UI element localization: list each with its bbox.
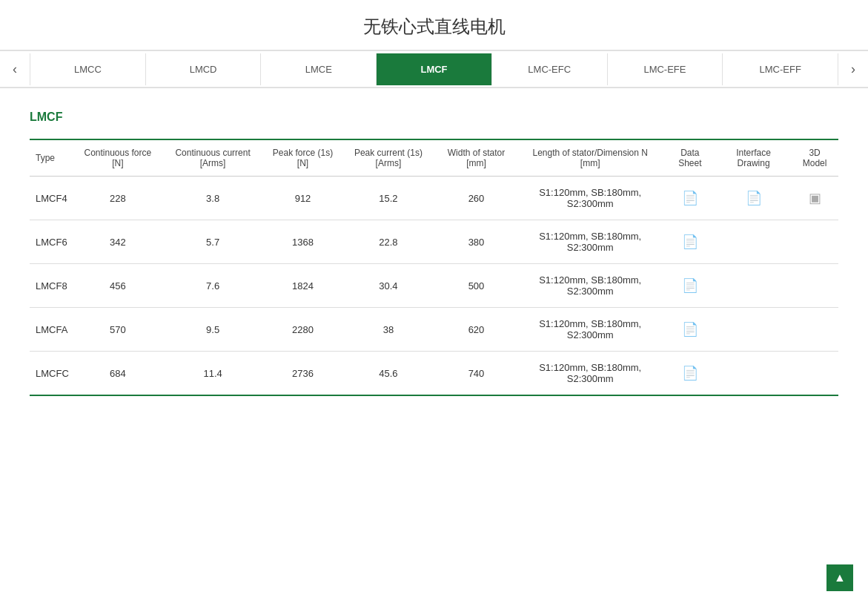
cell-interface-drawing — [716, 308, 791, 352]
next-tab-arrow[interactable]: › — [838, 51, 868, 87]
cell-data-sheet[interactable]: 📄 — [664, 352, 717, 396]
cell-peak-force: 912 — [265, 177, 340, 220]
cell-length-stator: S1:120mm, SB:180mm, S2:300mm — [517, 177, 664, 220]
cell-cont-current: 11.4 — [161, 352, 265, 396]
col-header-interface-drawing: Interface Drawing — [716, 139, 791, 177]
cell-width-stator: 260 — [436, 177, 517, 220]
pdf-icon[interactable]: 📄 — [682, 365, 698, 381]
cell-cont-current: 7.6 — [161, 264, 265, 308]
section-title: LMCF — [30, 111, 838, 124]
pdf-icon[interactable]: 📄 — [682, 190, 698, 206]
cell-length-stator: S1:120mm, SB:180mm, S2:300mm — [517, 220, 664, 264]
cell-width-stator: 740 — [436, 352, 517, 396]
content-area: LMCF Type Continuous force [N] Continuou… — [0, 88, 868, 426]
cell-type: LMCF8 — [30, 264, 75, 308]
cell-width-stator: 500 — [436, 264, 517, 308]
cell-type: LMCFA — [30, 308, 75, 352]
cell-interface-drawing — [716, 352, 791, 396]
pdf-icon[interactable]: 📄 — [682, 321, 698, 337]
table-row: LMCFC 684 11.4 2736 45.6 740 S1:120mm, S… — [30, 352, 838, 396]
cell-peak-current: 22.8 — [341, 220, 436, 264]
tab-LMC-EFE[interactable]: LMC-EFE — [608, 53, 723, 85]
cell-cont-force: 570 — [75, 308, 161, 352]
tab-LMCE[interactable]: LMCE — [261, 53, 377, 85]
cell-length-stator: S1:120mm, SB:180mm, S2:300mm — [517, 352, 664, 396]
pdf-icon[interactable]: 📄 — [746, 190, 762, 206]
cell-cont-current: 3.8 — [161, 177, 265, 220]
cell-data-sheet[interactable]: 📄 — [664, 220, 717, 264]
cell-3d-model — [791, 308, 838, 352]
table-row: LMCF6 342 5.7 1368 22.8 380 S1:120mm, SB… — [30, 220, 838, 264]
cell-cont-force: 456 — [75, 264, 161, 308]
table-row: LMCF8 456 7.6 1824 30.4 500 S1:120mm, SB… — [30, 264, 838, 308]
cell-interface-drawing[interactable]: 📄 — [716, 177, 791, 220]
pdf-icon[interactable]: 📄 — [682, 234, 698, 250]
col-header-3d-model: 3D Model — [791, 139, 838, 177]
cell-data-sheet[interactable]: 📄 — [664, 264, 717, 308]
tab-items: LMCC LMCD LMCE LMCF LMC-EFC LMC-EFE LMC-… — [30, 53, 838, 85]
cell-width-stator: 620 — [436, 308, 517, 352]
cell-3d-model — [791, 352, 838, 396]
cell-peak-force: 1824 — [265, 264, 340, 308]
cell-peak-current: 15.2 — [341, 177, 436, 220]
cell-peak-current: 38 — [341, 308, 436, 352]
3d-model-icon[interactable]: ▣ — [809, 190, 821, 206]
tab-LMCD[interactable]: LMCD — [146, 53, 262, 85]
data-table: Type Continuous force [N] Continuous cur… — [30, 139, 838, 396]
col-header-cont-current: Continuous current [Arms] — [161, 139, 265, 177]
cell-cont-current: 9.5 — [161, 308, 265, 352]
tab-LMC-EFC[interactable]: LMC-EFC — [492, 53, 608, 85]
cell-3d-model — [791, 264, 838, 308]
cell-data-sheet[interactable]: 📄 — [664, 177, 717, 220]
pdf-icon[interactable]: 📄 — [682, 277, 698, 294]
table-row: LMCF4 228 3.8 912 15.2 260 S1:120mm, SB:… — [30, 177, 838, 220]
cell-3d-model[interactable]: ▣ — [791, 177, 838, 220]
col-header-peak-current: Peak current (1s) [Arms] — [341, 139, 436, 177]
table-row: LMCFA 570 9.5 2280 38 620 S1:120mm, SB:1… — [30, 308, 838, 352]
col-header-data-sheet: Data Sheet — [664, 139, 717, 177]
cell-interface-drawing — [716, 220, 791, 264]
prev-tab-arrow[interactable]: ‹ — [0, 51, 30, 87]
cell-peak-current: 30.4 — [341, 264, 436, 308]
cell-type: LMCF4 — [30, 177, 75, 220]
cell-type: LMCF6 — [30, 220, 75, 264]
tab-LMC-EFF[interactable]: LMC-EFF — [723, 53, 838, 85]
cell-peak-force: 2280 — [265, 308, 340, 352]
cell-length-stator: S1:120mm, SB:180mm, S2:300mm — [517, 308, 664, 352]
cell-data-sheet[interactable]: 📄 — [664, 308, 717, 352]
tab-LMCF[interactable]: LMCF — [377, 53, 492, 85]
cell-cont-current: 5.7 — [161, 220, 265, 264]
tab-LMCC[interactable]: LMCC — [30, 53, 146, 85]
cell-interface-drawing — [716, 264, 791, 308]
cell-peak-force: 2736 — [265, 352, 340, 396]
col-header-type: Type — [30, 139, 75, 177]
col-header-peak-force: Peak force (1s) [N] — [265, 139, 340, 177]
cell-length-stator: S1:120mm, SB:180mm, S2:300mm — [517, 264, 664, 308]
cell-width-stator: 380 — [436, 220, 517, 264]
cell-cont-force: 342 — [75, 220, 161, 264]
cell-peak-current: 45.6 — [341, 352, 436, 396]
col-header-length-stator: Length of stator/Dimension N [mm] — [517, 139, 664, 177]
cell-cont-force: 684 — [75, 352, 161, 396]
cell-3d-model — [791, 220, 838, 264]
col-header-width-stator: Width of stator [mm] — [436, 139, 517, 177]
tab-navigation: ‹ LMCC LMCD LMCE LMCF LMC-EFC LMC-EFE LM… — [0, 50, 868, 88]
page-title: 无铁心式直线电机 — [0, 0, 868, 50]
cell-peak-force: 1368 — [265, 220, 340, 264]
cell-type: LMCFC — [30, 352, 75, 396]
col-header-cont-force: Continuous force [N] — [75, 139, 161, 177]
cell-cont-force: 228 — [75, 177, 161, 220]
